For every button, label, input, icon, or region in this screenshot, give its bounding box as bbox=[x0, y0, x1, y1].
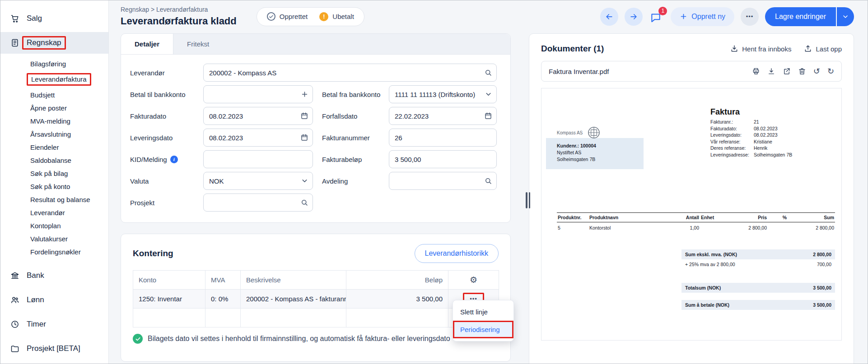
bank-icon bbox=[10, 271, 19, 280]
betal-til-bankkonto-field[interactable] bbox=[203, 85, 313, 103]
folder-icon bbox=[10, 344, 19, 353]
chat-button[interactable]: 1 bbox=[649, 10, 664, 23]
create-new-button[interactable]: Opprett ny bbox=[671, 7, 734, 26]
valuta-label: Valuta bbox=[130, 177, 203, 185]
calendar-icon[interactable] bbox=[300, 112, 308, 120]
notification-badge: 1 bbox=[658, 7, 667, 15]
document-file-row[interactable]: Faktura Inventar.pdf bbox=[541, 61, 842, 82]
status-badge-created: Opprettet bbox=[267, 12, 308, 21]
sidebar-item-arsavslutning[interactable]: Årsavslutning bbox=[0, 128, 108, 141]
plus-icon[interactable] bbox=[301, 91, 308, 98]
sidebar-item-fordelingsnokler[interactable]: Fordelingsnøkler bbox=[0, 245, 108, 258]
more-icon: ••• bbox=[746, 13, 754, 20]
sidebar-item-eiendeler[interactable]: Eiendeler bbox=[0, 141, 108, 154]
kontering-table: Konto MVA Beskrivelse Beløp ⚙ 1250: Inve… bbox=[133, 270, 499, 327]
sidebar-item-sok-pa-bilag[interactable]: Søk på bilag bbox=[0, 167, 108, 180]
more-options-button[interactable]: ••• bbox=[741, 8, 759, 26]
pdf-preview[interactable]: Kompass AS Faktura Fakturanr.:21 Faktura… bbox=[541, 88, 842, 341]
breadcrumb[interactable]: Regnskap > Leverandørfaktura bbox=[121, 6, 237, 13]
sidebar-item-timer[interactable]: Timer bbox=[0, 313, 108, 335]
invoice-line-table: Produktnr. Produktnavn Antall Enhet Pris… bbox=[557, 212, 835, 233]
chevron-down-icon bbox=[301, 177, 308, 185]
betal-til-label: Betal til bankkonto bbox=[130, 91, 203, 98]
sidebar-item-label: Prosjekt [BETA] bbox=[27, 344, 80, 353]
forfallsdato-field[interactable] bbox=[389, 107, 497, 125]
fakturabelop-field[interactable] bbox=[389, 150, 497, 168]
fetch-from-inbox-button[interactable]: Hent fra innboks bbox=[730, 45, 791, 53]
chevron-down-icon bbox=[485, 91, 492, 98]
cell-belop[interactable]: 3 500,00 bbox=[346, 290, 448, 309]
documents-header: Dokumenter (1) Hent fra innboks Last opp bbox=[529, 34, 854, 60]
kontering-card: Kontering Leverandørhistorikk Konto MVA … bbox=[121, 234, 511, 362]
sidebar-item-apne-poster[interactable]: Åpne poster bbox=[0, 101, 108, 115]
invoice-form: Leverandør Betal til bankkonto bbox=[121, 55, 510, 222]
betal-fra-bankkonto-select[interactable]: 1111 11 11113 (Driftskonto) bbox=[389, 85, 497, 103]
betal-fra-label: Betal fra bankkonto bbox=[313, 91, 389, 98]
menu-item-slett-linje[interactable]: Slett linje bbox=[453, 303, 513, 321]
sidebar-item-lonn[interactable]: Lønn bbox=[0, 289, 108, 311]
sidebar-item-resultat-og-balanse[interactable]: Resultat og balanse bbox=[0, 193, 108, 206]
tab-detaljer[interactable]: Detaljer bbox=[121, 34, 173, 54]
prosjekt-label: Prosjekt bbox=[130, 199, 203, 207]
avdeling-label: Avdeling bbox=[313, 177, 389, 185]
save-button[interactable]: Lagre endringer bbox=[765, 7, 836, 26]
documents-title: Dokumenter (1) bbox=[541, 44, 604, 54]
kid-melding-field[interactable] bbox=[203, 150, 313, 168]
cell-mva[interactable]: 0: 0% bbox=[205, 290, 241, 309]
prosjekt-field[interactable] bbox=[203, 194, 313, 212]
cell-beskrivelse[interactable]: 200002 - Kompass AS - fakturanr... bbox=[241, 290, 346, 309]
fakturanummer-field[interactable] bbox=[389, 129, 497, 147]
panel-resize-handle[interactable] bbox=[526, 192, 531, 208]
row-actions-menu: Slett linje Periodisering bbox=[453, 300, 514, 341]
leveringsdato-field[interactable] bbox=[203, 129, 313, 147]
invoice-line-row: 5 Kontorstol 1,00 2 800,00 2 800,00 bbox=[557, 222, 835, 234]
open-external-icon[interactable] bbox=[783, 67, 791, 75]
valuta-select[interactable]: NOK bbox=[203, 172, 313, 190]
forward-button[interactable] bbox=[625, 8, 643, 26]
search-icon[interactable] bbox=[484, 69, 492, 77]
trash-icon[interactable] bbox=[798, 67, 806, 75]
header-controls: 1 Opprett ny ••• Lagre endringer bbox=[600, 7, 854, 26]
gear-icon[interactable]: ⚙ bbox=[470, 275, 477, 285]
sidebar-item-kontoplan[interactable]: Kontoplan bbox=[0, 219, 108, 232]
download-icon[interactable] bbox=[767, 67, 775, 75]
sidebar-item-leverandor[interactable]: Leverandør bbox=[0, 206, 108, 219]
column-settings[interactable]: ⚙ bbox=[448, 271, 499, 290]
upload-button[interactable]: Last opp bbox=[804, 45, 842, 53]
sidebar-item-prosjekt[interactable]: Prosjekt [BETA] bbox=[0, 338, 108, 359]
print-icon[interactable] bbox=[752, 67, 760, 75]
sidebar-item-salg[interactable]: Salg bbox=[0, 8, 108, 29]
table-row: 1250: Inventar 0: 0% 200002 - Kompass AS… bbox=[133, 290, 499, 309]
menu-item-periodisering[interactable]: Periodisering bbox=[453, 321, 513, 338]
calendar-icon[interactable] bbox=[484, 112, 492, 120]
people-icon bbox=[10, 295, 19, 304]
sidebar-item-valutakurser[interactable]: Valutakurser bbox=[0, 232, 108, 245]
cell-konto[interactable]: 1250: Inventar bbox=[133, 290, 205, 309]
fakturadato-field[interactable] bbox=[203, 107, 313, 125]
sidebar-item-regnskap[interactable]: Regnskap bbox=[0, 32, 108, 54]
unpaid-status-icon: ! bbox=[319, 12, 328, 21]
table-row-empty[interactable] bbox=[133, 309, 499, 327]
leverandor-label: Leverandør bbox=[130, 69, 203, 77]
sidebar-item-leverandorfaktura[interactable]: Leverandørfaktura bbox=[0, 70, 108, 88]
rotate-right-icon[interactable]: ↻ bbox=[827, 67, 834, 75]
bilag-note: Bilagets dato vil settes i henhold til f… bbox=[133, 334, 499, 344]
search-icon[interactable] bbox=[300, 198, 308, 207]
leverandorhistorikk-button[interactable]: Leverandørhistorikk bbox=[415, 244, 499, 263]
tab-fritekst[interactable]: Fritekst bbox=[173, 34, 223, 54]
forfallsdato-label: Forfallsdato bbox=[313, 112, 389, 120]
sidebar-item-saldobalanse[interactable]: Saldobalanse bbox=[0, 154, 108, 167]
rotate-left-icon[interactable]: ↺ bbox=[813, 67, 820, 75]
info-icon[interactable]: i bbox=[170, 156, 178, 163]
back-button[interactable] bbox=[600, 8, 618, 26]
save-dropdown-button[interactable] bbox=[837, 7, 854, 26]
calendar-icon[interactable] bbox=[300, 134, 308, 142]
sidebar-item-sok-pa-konto[interactable]: Søk på konto bbox=[0, 180, 108, 193]
sidebar-item-bilagsforing[interactable]: Bilagsføring bbox=[0, 57, 108, 70]
leverandor-field[interactable] bbox=[203, 64, 497, 82]
sidebar-item-mva-melding[interactable]: MVA-melding bbox=[0, 115, 108, 128]
avdeling-field[interactable] bbox=[389, 172, 497, 190]
sidebar-item-budsjett[interactable]: Budsjett bbox=[0, 88, 108, 101]
search-icon[interactable] bbox=[484, 177, 492, 185]
sidebar-item-bank[interactable]: Bank bbox=[0, 265, 108, 286]
